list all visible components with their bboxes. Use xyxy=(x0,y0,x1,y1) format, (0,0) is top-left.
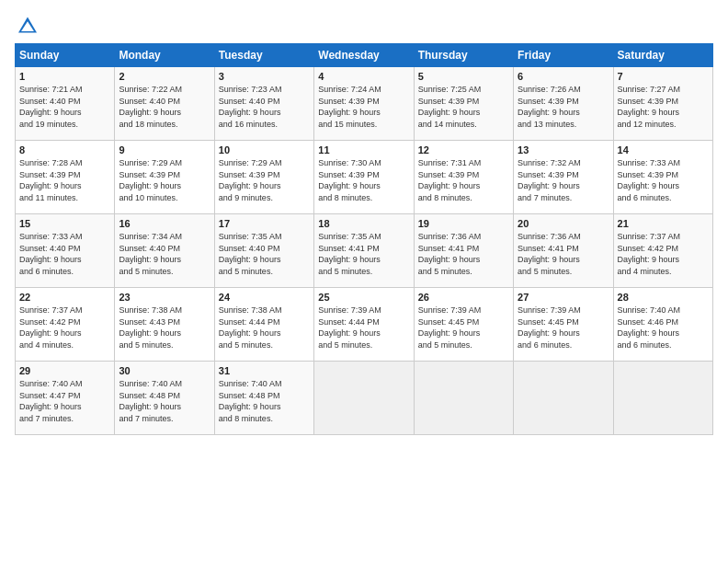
calendar-cell: 31Sunrise: 7:40 AM Sunset: 4:48 PM Dayli… xyxy=(214,362,313,435)
day-detail: Sunrise: 7:24 AM Sunset: 4:39 PM Dayligh… xyxy=(318,84,409,130)
weekday-header-cell: Thursday xyxy=(414,44,513,67)
day-detail: Sunrise: 7:40 AM Sunset: 4:46 PM Dayligh… xyxy=(618,304,709,350)
calendar-cell: 21Sunrise: 7:37 AM Sunset: 4:42 PM Dayli… xyxy=(613,214,712,288)
weekday-header-cell: Monday xyxy=(115,44,214,67)
day-number: 16 xyxy=(119,218,210,229)
calendar-cell: 20Sunrise: 7:36 AM Sunset: 4:41 PM Dayli… xyxy=(514,214,613,288)
day-number: 29 xyxy=(19,365,110,376)
calendar-cell: 8Sunrise: 7:28 AM Sunset: 4:39 PM Daylig… xyxy=(16,141,115,214)
day-number: 31 xyxy=(219,365,310,376)
calendar-week-row: 15Sunrise: 7:33 AM Sunset: 4:40 PM Dayli… xyxy=(16,214,713,288)
day-detail: Sunrise: 7:25 AM Sunset: 4:39 PM Dayligh… xyxy=(418,84,509,130)
calendar-cell: 23Sunrise: 7:38 AM Sunset: 4:43 PM Dayli… xyxy=(115,288,214,362)
day-number: 20 xyxy=(518,218,609,229)
calendar-cell: 26Sunrise: 7:39 AM Sunset: 4:45 PM Dayli… xyxy=(414,288,513,362)
calendar-cell: 6Sunrise: 7:26 AM Sunset: 4:39 PM Daylig… xyxy=(514,67,613,141)
day-detail: Sunrise: 7:39 AM Sunset: 4:45 PM Dayligh… xyxy=(518,304,609,350)
calendar-cell: 17Sunrise: 7:35 AM Sunset: 4:40 PM Dayli… xyxy=(214,214,313,288)
calendar-cell: 1Sunrise: 7:21 AM Sunset: 4:40 PM Daylig… xyxy=(16,67,115,141)
day-number: 11 xyxy=(318,144,409,155)
day-detail: Sunrise: 7:32 AM Sunset: 4:39 PM Dayligh… xyxy=(518,157,609,203)
calendar-cell: 7Sunrise: 7:27 AM Sunset: 4:39 PM Daylig… xyxy=(613,67,712,141)
day-number: 5 xyxy=(418,71,509,82)
day-detail: Sunrise: 7:28 AM Sunset: 4:39 PM Dayligh… xyxy=(19,157,110,203)
day-detail: Sunrise: 7:38 AM Sunset: 4:44 PM Dayligh… xyxy=(219,304,310,350)
calendar-cell: 25Sunrise: 7:39 AM Sunset: 4:44 PM Dayli… xyxy=(314,288,414,362)
day-detail: Sunrise: 7:33 AM Sunset: 4:39 PM Dayligh… xyxy=(618,157,709,203)
day-number: 6 xyxy=(518,71,609,82)
day-detail: Sunrise: 7:23 AM Sunset: 4:40 PM Dayligh… xyxy=(219,84,310,130)
day-detail: Sunrise: 7:34 AM Sunset: 4:40 PM Dayligh… xyxy=(119,231,210,277)
calendar-cell: 18Sunrise: 7:35 AM Sunset: 4:41 PM Dayli… xyxy=(314,214,414,288)
day-number: 12 xyxy=(418,144,509,155)
calendar-cell: 24Sunrise: 7:38 AM Sunset: 4:44 PM Dayli… xyxy=(214,288,313,362)
calendar-cell xyxy=(414,362,513,435)
header xyxy=(15,15,713,34)
calendar-week-row: 1Sunrise: 7:21 AM Sunset: 4:40 PM Daylig… xyxy=(16,67,713,141)
day-detail: Sunrise: 7:36 AM Sunset: 4:41 PM Dayligh… xyxy=(418,231,509,277)
calendar-cell: 16Sunrise: 7:34 AM Sunset: 4:40 PM Dayli… xyxy=(115,214,214,288)
day-detail: Sunrise: 7:35 AM Sunset: 4:40 PM Dayligh… xyxy=(219,231,310,277)
calendar-week-row: 8Sunrise: 7:28 AM Sunset: 4:39 PM Daylig… xyxy=(16,141,713,214)
day-number: 27 xyxy=(518,292,609,303)
day-detail: Sunrise: 7:40 AM Sunset: 4:48 PM Dayligh… xyxy=(219,378,310,424)
day-number: 19 xyxy=(418,218,509,229)
calendar-body: 1Sunrise: 7:21 AM Sunset: 4:40 PM Daylig… xyxy=(16,67,713,435)
day-number: 2 xyxy=(119,71,210,82)
day-detail: Sunrise: 7:30 AM Sunset: 4:39 PM Dayligh… xyxy=(318,157,409,203)
day-detail: Sunrise: 7:26 AM Sunset: 4:39 PM Dayligh… xyxy=(518,84,609,130)
calendar-cell: 19Sunrise: 7:36 AM Sunset: 4:41 PM Dayli… xyxy=(414,214,513,288)
day-detail: Sunrise: 7:38 AM Sunset: 4:43 PM Dayligh… xyxy=(119,304,210,350)
day-number: 4 xyxy=(318,71,409,82)
logo xyxy=(15,15,40,34)
day-detail: Sunrise: 7:29 AM Sunset: 4:39 PM Dayligh… xyxy=(119,157,210,203)
day-number: 21 xyxy=(618,218,709,229)
day-detail: Sunrise: 7:37 AM Sunset: 4:42 PM Dayligh… xyxy=(19,304,110,350)
calendar-cell xyxy=(314,362,414,435)
day-number: 30 xyxy=(119,365,210,376)
calendar-cell: 22Sunrise: 7:37 AM Sunset: 4:42 PM Dayli… xyxy=(16,288,115,362)
day-number: 9 xyxy=(119,144,210,155)
day-number: 14 xyxy=(618,144,709,155)
calendar-cell: 10Sunrise: 7:29 AM Sunset: 4:39 PM Dayli… xyxy=(214,141,313,214)
weekday-header-cell: Wednesday xyxy=(314,44,414,67)
day-number: 18 xyxy=(318,218,409,229)
day-detail: Sunrise: 7:33 AM Sunset: 4:40 PM Dayligh… xyxy=(19,231,110,277)
calendar-cell: 15Sunrise: 7:33 AM Sunset: 4:40 PM Dayli… xyxy=(16,214,115,288)
day-detail: Sunrise: 7:21 AM Sunset: 4:40 PM Dayligh… xyxy=(19,84,110,130)
calendar-cell: 2Sunrise: 7:22 AM Sunset: 4:40 PM Daylig… xyxy=(115,67,214,141)
day-detail: Sunrise: 7:40 AM Sunset: 4:47 PM Dayligh… xyxy=(19,378,110,424)
calendar-cell: 11Sunrise: 7:30 AM Sunset: 4:39 PM Dayli… xyxy=(314,141,414,214)
calendar-table: SundayMondayTuesdayWednesdayThursdayFrid… xyxy=(15,43,713,435)
day-detail: Sunrise: 7:36 AM Sunset: 4:41 PM Dayligh… xyxy=(518,231,609,277)
calendar-page: SundayMondayTuesdayWednesdayThursdayFrid… xyxy=(0,0,728,446)
weekday-header-row: SundayMondayTuesdayWednesdayThursdayFrid… xyxy=(16,44,713,67)
day-detail: Sunrise: 7:39 AM Sunset: 4:44 PM Dayligh… xyxy=(318,304,409,350)
day-detail: Sunrise: 7:22 AM Sunset: 4:40 PM Dayligh… xyxy=(119,84,210,130)
calendar-cell: 28Sunrise: 7:40 AM Sunset: 4:46 PM Dayli… xyxy=(613,288,712,362)
day-number: 26 xyxy=(418,292,509,303)
calendar-cell: 4Sunrise: 7:24 AM Sunset: 4:39 PM Daylig… xyxy=(314,67,414,141)
calendar-cell: 29Sunrise: 7:40 AM Sunset: 4:47 PM Dayli… xyxy=(16,362,115,435)
calendar-cell: 13Sunrise: 7:32 AM Sunset: 4:39 PM Dayli… xyxy=(514,141,613,214)
day-detail: Sunrise: 7:35 AM Sunset: 4:41 PM Dayligh… xyxy=(318,231,409,277)
calendar-cell xyxy=(613,362,712,435)
day-number: 24 xyxy=(219,292,310,303)
day-detail: Sunrise: 7:39 AM Sunset: 4:45 PM Dayligh… xyxy=(418,304,509,350)
calendar-cell: 3Sunrise: 7:23 AM Sunset: 4:40 PM Daylig… xyxy=(214,67,313,141)
calendar-cell: 5Sunrise: 7:25 AM Sunset: 4:39 PM Daylig… xyxy=(414,67,513,141)
calendar-cell xyxy=(514,362,613,435)
day-number: 7 xyxy=(618,71,709,82)
day-detail: Sunrise: 7:27 AM Sunset: 4:39 PM Dayligh… xyxy=(618,84,709,130)
day-number: 25 xyxy=(318,292,409,303)
day-number: 8 xyxy=(19,144,110,155)
weekday-header-cell: Tuesday xyxy=(214,44,313,67)
calendar-cell: 12Sunrise: 7:31 AM Sunset: 4:39 PM Dayli… xyxy=(414,141,513,214)
day-number: 23 xyxy=(119,292,210,303)
day-detail: Sunrise: 7:37 AM Sunset: 4:42 PM Dayligh… xyxy=(618,231,709,277)
day-number: 28 xyxy=(618,292,709,303)
day-number: 1 xyxy=(19,71,110,82)
weekday-header-cell: Friday xyxy=(514,44,613,67)
weekday-header-cell: Sunday xyxy=(16,44,115,67)
calendar-week-row: 29Sunrise: 7:40 AM Sunset: 4:47 PM Dayli… xyxy=(16,362,713,435)
